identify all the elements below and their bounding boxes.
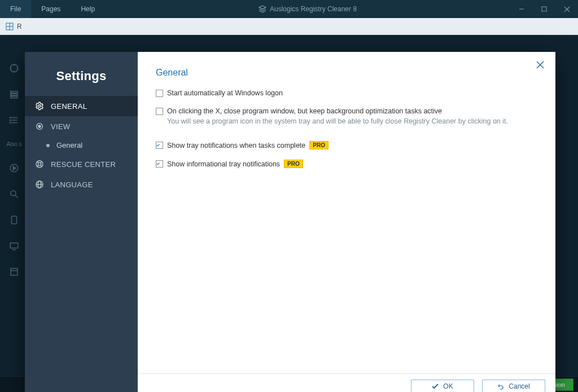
sidebar-sub-general[interactable]: General <box>25 136 138 154</box>
minimize-button[interactable] <box>510 0 533 18</box>
sidebar-item-view[interactable]: VIEW <box>25 116 138 136</box>
app-title: Auslogics Registry Cleaner 8 <box>105 5 510 13</box>
undo-icon <box>497 383 504 390</box>
window-icon[interactable] <box>9 267 19 277</box>
dialog-footer: OK Cancel <box>138 373 555 392</box>
menu-file[interactable]: File <box>0 0 31 18</box>
sidebar-item-label: VIEW <box>51 122 70 131</box>
settings-title: Settings <box>25 52 138 96</box>
sidebar-item-general[interactable]: GENERAL <box>25 96 138 116</box>
pro-badge: PRO <box>284 160 303 168</box>
sidebar-item-label: General <box>56 141 82 149</box>
menu-help[interactable]: Help <box>71 0 105 18</box>
pro-badge: PRO <box>309 141 329 149</box>
close-dialog-button[interactable] <box>536 61 544 71</box>
sidebar-item-label: RESCUE CENTER <box>51 160 116 169</box>
lifebuoy-icon <box>35 160 44 169</box>
stack-icon[interactable] <box>9 89 19 99</box>
checkbox-autostart[interactable] <box>156 90 163 97</box>
settings-dialog: Settings GENERAL VIEW General RESCUE CEN… <box>25 52 555 392</box>
also-label: Also s <box>6 141 21 147</box>
grid-icon <box>6 23 14 30</box>
cancel-button[interactable]: Cancel <box>482 380 545 392</box>
svg-marker-18 <box>14 166 16 170</box>
checkbox-close-x[interactable] <box>156 108 163 115</box>
monitor-icon[interactable] <box>9 241 19 251</box>
close-icon <box>536 61 544 69</box>
app-icon <box>259 5 266 13</box>
svg-line-20 <box>15 195 18 198</box>
svg-point-30 <box>38 162 41 165</box>
svg-rect-22 <box>10 243 18 248</box>
sidebar-item-label: LANGUAGE <box>51 180 93 189</box>
svg-rect-8 <box>11 91 17 93</box>
svg-rect-9 <box>11 94 17 95</box>
checkbox-tray-info[interactable] <box>156 160 163 168</box>
sidebar-item-label: GENERAL <box>51 102 87 111</box>
menu-pages[interactable]: Pages <box>31 0 71 18</box>
svg-point-15 <box>10 120 11 121</box>
play-icon[interactable] <box>9 163 19 173</box>
titlebar: File Pages Help Auslogics Registry Clean… <box>0 0 578 18</box>
svg-line-32 <box>41 161 42 163</box>
settings-content: General Start automatically at Windows l… <box>138 52 555 392</box>
device-icon[interactable] <box>9 215 19 225</box>
svg-line-34 <box>41 165 42 167</box>
section-title: General <box>156 68 537 78</box>
sidebar-item-rescue[interactable]: RESCUE CENTER <box>25 154 138 174</box>
svg-point-14 <box>10 117 11 118</box>
main-background: Also s Settings GENERAL VIEW General <box>0 35 578 376</box>
settings-sidebar: Settings GENERAL VIEW General RESCUE CEN… <box>25 52 138 392</box>
list-icon[interactable] <box>9 115 19 125</box>
close-window-button[interactable] <box>555 0 578 18</box>
label-autostart[interactable]: Start automatically at Windows logon <box>167 89 283 97</box>
svg-point-28 <box>38 125 41 127</box>
bullet-icon <box>46 144 50 147</box>
maximize-button[interactable] <box>533 0 555 18</box>
svg-rect-1 <box>542 7 546 11</box>
toolbar-label: R <box>17 23 22 30</box>
ok-button[interactable]: OK <box>411 380 474 392</box>
gear-icon <box>35 102 44 111</box>
svg-point-19 <box>11 191 16 196</box>
scan-icon[interactable] <box>9 63 19 73</box>
checkbox-tray-complete[interactable] <box>156 142 163 149</box>
toolbar: R <box>0 18 578 35</box>
svg-point-26 <box>38 105 41 107</box>
left-rail: Also s <box>0 35 28 376</box>
eye-icon <box>35 122 44 131</box>
svg-line-33 <box>37 165 38 167</box>
desc-close-x: You will see a program icon in the syste… <box>156 117 537 125</box>
label-tray-complete[interactable]: Show tray notifications when tasks compl… <box>167 142 305 149</box>
label-close-x[interactable]: On clicking the X, close program window,… <box>167 107 442 115</box>
search-icon[interactable] <box>9 189 19 199</box>
svg-rect-10 <box>11 96 17 98</box>
svg-point-16 <box>10 122 11 124</box>
svg-rect-21 <box>12 216 17 224</box>
svg-rect-24 <box>11 268 17 275</box>
globe-icon <box>35 180 44 189</box>
svg-line-31 <box>37 161 38 163</box>
sidebar-item-language[interactable]: LANGUAGE <box>25 174 138 195</box>
check-icon <box>432 383 439 390</box>
label-tray-info[interactable]: Show informational tray notifications <box>167 160 280 168</box>
